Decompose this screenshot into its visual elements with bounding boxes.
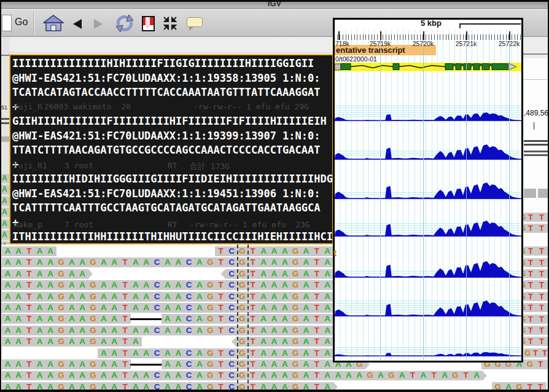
comment-bubble-tail [189, 27, 193, 31]
base-letter: G [205, 314, 216, 324]
base-letter: C [184, 370, 194, 380]
base-letter: A [77, 292, 87, 302]
fit-to-window-icon[interactable] [162, 15, 178, 31]
base-letter: G [205, 292, 216, 302]
base-letter: A [258, 359, 268, 369]
base-letter: T [528, 292, 533, 301]
title-bar[interactable]: IGV [1, 2, 548, 9]
locus-search-input[interactable] [2, 15, 12, 31]
inset-window[interactable]: 5 kbp entative transcript 0/t0622000-01 … [333, 18, 523, 363]
base-letter: A [141, 257, 152, 267]
base-letter: A [279, 337, 290, 347]
position-cursor: | [533, 121, 535, 130]
base-letter: G [88, 370, 98, 380]
base-letter: T [247, 292, 258, 302]
base-letter: A [322, 382, 333, 391]
base-letter: T [533, 348, 538, 358]
base-letter: A [2, 326, 13, 335]
go-button[interactable]: Go [15, 17, 28, 28]
base-letter: A [34, 382, 45, 391]
base-letter: T [216, 280, 226, 290]
base-letter: A [269, 292, 279, 302]
base-letter: T [120, 382, 130, 391]
base-letter: A [279, 314, 290, 324]
base-letter: G [237, 303, 247, 313]
base-letter: G [237, 314, 247, 324]
read-block[interactable] [538, 189, 549, 198]
base-letter: A [130, 337, 141, 347]
base-letter: G [290, 280, 300, 290]
base-letter: A [66, 359, 77, 369]
divider [524, 144, 549, 146]
base-letter: A [130, 382, 141, 391]
base-letter: A [301, 280, 311, 290]
base-letter: G [290, 382, 300, 391]
base-letter: T [24, 337, 34, 347]
base-letter: A [45, 269, 55, 279]
ruler-minor-ticks[interactable] [335, 34, 521, 40]
base-letter: G [237, 382, 247, 391]
base-letter: A [98, 370, 109, 380]
base-letter: T [120, 280, 130, 290]
base-letter: A [13, 246, 23, 256]
base-letter: A [66, 370, 77, 380]
base-letter: G [56, 257, 66, 267]
base-letter: G [524, 348, 531, 358]
base-letter: T [311, 370, 322, 380]
base-letter: A [258, 257, 268, 267]
base-letter: G [290, 337, 300, 347]
base-letter: G [523, 337, 526, 346]
base-letter: T [311, 257, 322, 267]
base-letter: A [258, 348, 268, 358]
base-letter: G [56, 303, 66, 313]
home-icon[interactable] [43, 14, 64, 33]
base-letter: G [290, 348, 300, 358]
back-icon[interactable] [73, 19, 82, 29]
read-block[interactable] [524, 189, 536, 198]
base-letter: T [216, 359, 226, 369]
base-letter: G [56, 382, 66, 391]
divider [523, 79, 549, 80]
base-letter: T [311, 303, 322, 313]
comment-bubble-icon[interactable] [187, 17, 203, 27]
terminal-ghost-text: 合計 173G [190, 161, 230, 172]
window-title: IGV [268, 2, 281, 8]
base-letter: A [13, 257, 23, 267]
base-letter: T [528, 258, 533, 267]
base-letter: C [226, 257, 236, 267]
base-letter: T [311, 246, 322, 256]
refresh-icon[interactable] [114, 13, 135, 34]
terminal-window[interactable]: IIIIIIIIIIIIIIIHIHIIIIIFIIGIGIIIIIIIIHII… [9, 54, 333, 245]
base-letter: T [539, 269, 544, 278]
base-letter: G [205, 303, 216, 313]
left-strip: 51 AAAAAAA [1, 37, 9, 245]
base-letter: T [461, 370, 471, 380]
base-letter: T [216, 303, 226, 313]
base-letter: G [523, 303, 526, 312]
base-letter: A [301, 257, 311, 267]
base-letter: T [311, 348, 322, 358]
base-letter: A [98, 337, 109, 347]
base-letter: A [173, 348, 184, 358]
terminal-line: TCATACATAGTACCAACCTTTTTCACCAAATAATGTTTAT… [12, 85, 321, 99]
base-letter: T [247, 280, 258, 290]
forward-icon[interactable] [94, 19, 103, 29]
base-letter: G [56, 359, 66, 369]
base-letter: T [120, 370, 130, 380]
base-letter: A [258, 292, 268, 302]
base-letter: A [301, 269, 311, 279]
position-readout: ,489,56 [524, 109, 548, 117]
base-letter: G [386, 370, 397, 380]
base-letter: A [279, 382, 290, 391]
base-letter: A [194, 292, 204, 302]
base-letter: A [173, 359, 184, 369]
base-letter: A [194, 348, 204, 358]
base-letter: T [407, 370, 418, 380]
base-letter: A [269, 359, 279, 369]
region-window-icon[interactable] [142, 16, 155, 31]
base-letter: T [311, 269, 322, 279]
coverage-tracks[interactable] [335, 73, 521, 360]
base-letter: A [77, 314, 87, 324]
base-letter: A [301, 337, 311, 347]
gene-model[interactable] [335, 61, 521, 73]
